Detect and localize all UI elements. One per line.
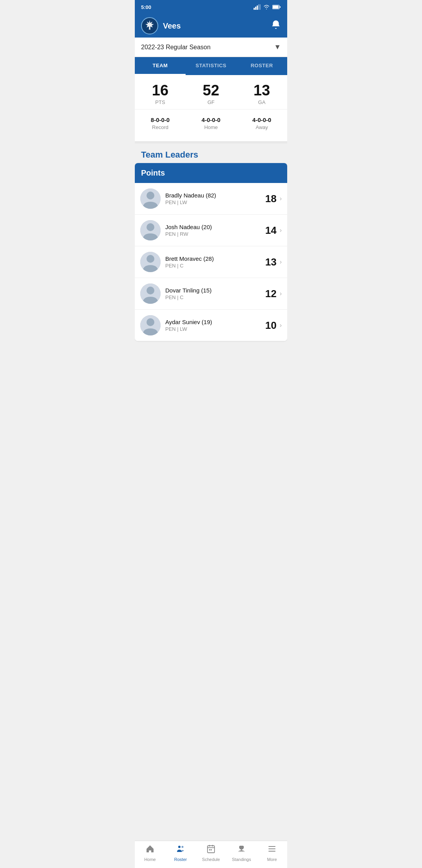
status-bar: 5:00 bbox=[135, 0, 287, 14]
player-info: Bradly Nadeau (82) PEN | LW bbox=[161, 192, 265, 205]
player-stat: 12 bbox=[265, 288, 277, 300]
svg-rect-6 bbox=[273, 5, 279, 9]
avatar-svg bbox=[140, 315, 161, 335]
tab-bar: TEAM STATISTICS ROSTER bbox=[135, 57, 287, 75]
pts-value: 16 bbox=[139, 83, 182, 98]
svg-rect-0 bbox=[254, 8, 255, 10]
team-logo bbox=[141, 17, 158, 34]
record-home-value: 4-0-0-0 bbox=[188, 117, 234, 123]
team-logo-svg bbox=[143, 19, 157, 33]
team-leaders-section: Team Leaders bbox=[135, 143, 287, 163]
svg-point-18 bbox=[147, 318, 154, 326]
record-overall-label: Record bbox=[137, 124, 183, 130]
stat-gf: 52 GF bbox=[186, 75, 236, 109]
player-name: Bradly Nadeau (82) bbox=[165, 192, 261, 199]
player-stat: 10 bbox=[265, 319, 277, 332]
player-row[interactable]: Bradly Nadeau (82) PEN | LW 18 › bbox=[135, 183, 287, 215]
points-card: Points Bradly Nadeau (82) PEN | LW 18 › bbox=[135, 163, 287, 341]
points-header: Points bbox=[135, 163, 287, 183]
player-row[interactable]: Josh Nadeau (20) PEN | RW 14 › bbox=[135, 215, 287, 246]
player-name: Aydar Suniev (19) bbox=[165, 319, 261, 325]
header-left: Vees bbox=[141, 17, 181, 34]
player-stat: 13 bbox=[265, 256, 277, 268]
stat-pts: 16 PTS bbox=[135, 75, 186, 109]
player-info: Dovar Tinling (15) PEN | C bbox=[161, 287, 265, 300]
stat-ga: 13 GA bbox=[236, 75, 287, 109]
team-leaders-title: Team Leaders bbox=[141, 150, 281, 160]
chevron-right-icon: › bbox=[280, 227, 282, 234]
player-info: Aydar Suniev (19) PEN | LW bbox=[161, 319, 265, 332]
svg-point-14 bbox=[147, 255, 154, 263]
bell-svg bbox=[271, 20, 281, 30]
svg-point-16 bbox=[147, 287, 154, 294]
record-home: 4-0-0-0 Home bbox=[186, 113, 236, 133]
tab-team[interactable]: TEAM bbox=[135, 57, 186, 75]
season-label: 2022-23 Regular Season bbox=[141, 44, 211, 51]
svg-rect-4 bbox=[260, 4, 261, 10]
record-away-label: Away bbox=[239, 124, 285, 130]
player-position: PEN | LW bbox=[165, 199, 261, 205]
svg-point-10 bbox=[147, 192, 154, 199]
season-selector[interactable]: 2022-23 Regular Season ▼ bbox=[135, 38, 287, 57]
records-grid: 8-0-0-0 Record 4-0-0-0 Home 4-0-0-0 Away bbox=[135, 109, 287, 143]
player-row[interactable]: Aydar Suniev (19) PEN | LW 10 › bbox=[135, 310, 287, 341]
player-info: Brett Moravec (28) PEN | C bbox=[161, 255, 265, 269]
svg-rect-1 bbox=[255, 7, 256, 10]
player-name: Brett Moravec (28) bbox=[165, 255, 261, 262]
player-stat: 18 bbox=[265, 193, 277, 205]
player-name: Dovar Tinling (15) bbox=[165, 287, 261, 294]
svg-rect-7 bbox=[280, 6, 281, 8]
chevron-right-icon: › bbox=[280, 290, 282, 297]
notification-bell-icon[interactable] bbox=[271, 20, 281, 32]
player-avatar bbox=[140, 220, 161, 240]
chevron-right-icon: › bbox=[280, 258, 282, 265]
points-title: Points bbox=[141, 169, 281, 178]
avatar-svg bbox=[140, 252, 161, 272]
battery-icon bbox=[272, 5, 281, 9]
signal-icon bbox=[254, 4, 261, 10]
tab-roster[interactable]: ROSTER bbox=[236, 57, 287, 75]
svg-rect-3 bbox=[258, 4, 259, 10]
player-stat: 14 bbox=[265, 224, 277, 237]
gf-value: 52 bbox=[190, 83, 232, 98]
player-info: Josh Nadeau (20) PEN | RW bbox=[161, 224, 265, 237]
player-position: PEN | LW bbox=[165, 326, 261, 332]
header-team-name: Vees bbox=[163, 22, 181, 30]
record-away: 4-0-0-0 Away bbox=[236, 113, 287, 133]
status-time: 5:00 bbox=[141, 4, 151, 10]
player-position: PEN | RW bbox=[165, 231, 261, 237]
gf-label: GF bbox=[190, 99, 232, 105]
record-overall: 8-0-0-0 Record bbox=[135, 113, 186, 133]
avatar-svg bbox=[140, 283, 161, 304]
pts-label: PTS bbox=[139, 99, 182, 105]
player-row[interactable]: Dovar Tinling (15) PEN | C 12 › bbox=[135, 278, 287, 310]
stats-grid: 16 PTS 52 GF 13 GA bbox=[135, 75, 287, 109]
player-avatar bbox=[140, 315, 161, 335]
tab-statistics[interactable]: STATISTICS bbox=[186, 57, 236, 75]
wifi-icon bbox=[263, 4, 270, 10]
svg-rect-2 bbox=[257, 5, 258, 10]
player-avatar bbox=[140, 188, 161, 209]
avatar-svg bbox=[140, 188, 161, 209]
chevron-down-icon: ▼ bbox=[274, 43, 281, 51]
svg-point-12 bbox=[147, 223, 154, 231]
chevron-right-icon: › bbox=[280, 322, 282, 329]
player-avatar bbox=[140, 252, 161, 272]
record-home-label: Home bbox=[188, 124, 234, 130]
avatar-svg bbox=[140, 220, 161, 240]
player-position: PEN | C bbox=[165, 294, 261, 300]
player-row[interactable]: Brett Moravec (28) PEN | C 13 › bbox=[135, 246, 287, 278]
player-position: PEN | C bbox=[165, 263, 261, 269]
app-header: Vees bbox=[135, 14, 287, 38]
chevron-right-icon: › bbox=[280, 195, 282, 202]
ga-value: 13 bbox=[240, 83, 283, 98]
player-avatar bbox=[140, 283, 161, 304]
player-name: Josh Nadeau (20) bbox=[165, 224, 261, 230]
ga-label: GA bbox=[240, 99, 283, 105]
content-wrapper: 16 PTS 52 GF 13 GA 8-0-0-0 Record 4-0-0-… bbox=[135, 75, 287, 372]
status-icons bbox=[254, 4, 281, 10]
record-overall-value: 8-0-0-0 bbox=[137, 117, 183, 123]
record-away-value: 4-0-0-0 bbox=[239, 117, 285, 123]
